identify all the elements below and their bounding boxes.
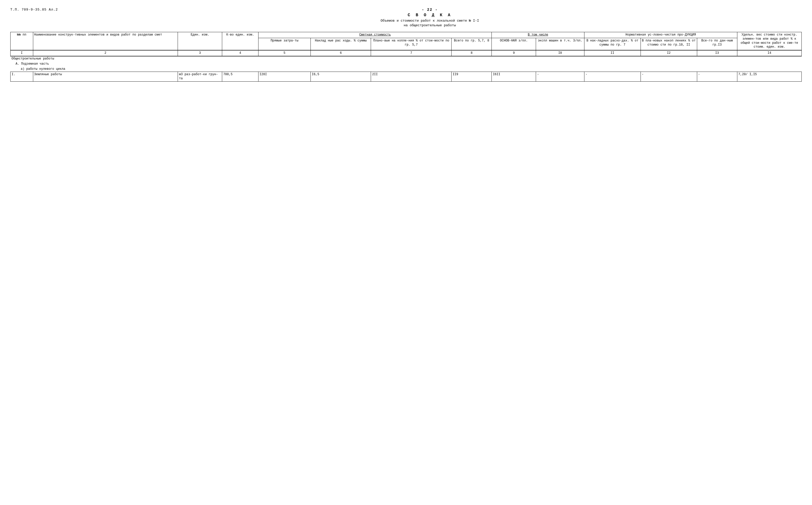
col-header-qty: К-во един. изм. xyxy=(222,32,258,50)
colnum-2: 2 xyxy=(33,50,178,56)
col-header-name: Наименование конструк-тивных элементов и… xyxy=(33,32,178,50)
colnum-13: I3 xyxy=(697,50,737,56)
subsection-a-label: А. Подземная часть xyxy=(11,61,802,67)
col-header-norm-plan: В пла-новых накоп лениях % от стоимо сти… xyxy=(640,38,697,50)
general-section-label: Общестроительные работы xyxy=(11,56,802,61)
col-header-unit: Един. изм. xyxy=(178,32,222,50)
col-header-norm-all: Все-го по дан-ным гр.I3 xyxy=(697,38,737,50)
colnum-9: 9 xyxy=(492,50,536,56)
page-title: С В О Д К А xyxy=(58,13,802,17)
col-header-num: №№ пп xyxy=(11,32,33,50)
colnum-7: 7 xyxy=(371,50,451,56)
page-header: Т.П. 709-9-35.85 Ал.2 - 22 - С В О Д К А… xyxy=(10,8,802,28)
col-header-basic: ОСНОВ-НАЯ з/пл. xyxy=(492,38,536,50)
section-subsection-a1: а) работы нулевого цикла xyxy=(11,67,802,72)
row-planned: 2II xyxy=(371,72,451,81)
subtitle-line1: Объемов и стоимости работ к локальной см… xyxy=(381,19,479,23)
colnum-12: I2 xyxy=(640,50,697,56)
row-norm-nak: - xyxy=(584,72,640,81)
header-left: Т.П. 709-9-35.85 Ал.2 xyxy=(10,8,58,12)
col-header-mach: экспл машин в т.ч. 3/пл. xyxy=(536,38,584,50)
colnum-8: 8 xyxy=(451,50,492,56)
colnum-10: I0 xyxy=(536,50,584,56)
subtitle: Объемов и стоимости работ к локальной см… xyxy=(58,19,802,28)
colnum-5: 5 xyxy=(258,50,311,56)
row-name: Земляные работы xyxy=(33,72,178,81)
colnum-4: 4 xyxy=(222,50,258,56)
main-table: №№ пп Наименование конструк-тивных элеме… xyxy=(10,32,802,81)
col-header-unit-wt: Удельн. вес стоимо сти констр. элемен-то… xyxy=(737,32,801,50)
col-header-planned: Плано-вые на копле-ния % от стои-мости п… xyxy=(371,38,451,50)
section-general: Общестроительные работы xyxy=(11,56,802,61)
colnum-6: 6 xyxy=(311,50,371,56)
colnum-1: I xyxy=(11,50,33,56)
row-qty: 700,5 xyxy=(222,72,258,81)
row-total: II9 xyxy=(451,72,492,81)
row-norm-all: - xyxy=(697,72,737,81)
colnum-3: 3 xyxy=(178,50,222,56)
header-center: - 22 - С В О Д К А Объемов и стоимости р… xyxy=(58,8,802,28)
row-basic: I6II xyxy=(492,72,536,81)
doc-number: - 22 - xyxy=(58,8,802,12)
row-overhead: I6,5 xyxy=(311,72,371,81)
header-row-1: №№ пп Наименование конструк-тивных элеме… xyxy=(11,32,802,38)
row-unit: м3 раз-работ-ки грун-та xyxy=(178,72,222,81)
section-subsection-a: А. Подземная часть xyxy=(11,61,802,67)
col-header-smetnaya: Сметная стоимость xyxy=(258,32,492,38)
column-numbers-row: I 2 3 4 5 6 7 8 9 I0 II I2 I3 I4 xyxy=(11,50,802,56)
colnum-14: I4 xyxy=(737,50,801,56)
row-mach: - xyxy=(536,72,584,81)
col-header-total: Всего по гр. 5,7, 8 xyxy=(451,38,492,50)
col-header-normativnaya: Нормативная ус-ловно-чистая про-ДУКЦИЯ xyxy=(584,32,737,38)
col-header-vtomchisle: В том числе xyxy=(492,32,584,38)
col-header-norm-nak: В нак-ладных расхо-дах. % от суммы по гр… xyxy=(584,38,640,50)
subtitle-line2: на общестроительные работы xyxy=(404,23,456,27)
row-direct: I28I xyxy=(258,72,311,81)
col-header-overhead: Наклад ные рас ходы. % суммы xyxy=(311,38,371,50)
row-num: I. xyxy=(11,72,33,81)
row-norm-plan: - xyxy=(640,72,697,81)
col-header-direct: Прямые затра-ты xyxy=(258,38,311,50)
subsection-a1-label: а) работы нулевого цикла xyxy=(11,67,802,72)
colnum-11: II xyxy=(584,50,640,56)
table-row: I. Земляные работы м3 раз-работ-ки грун-… xyxy=(11,72,802,81)
row-unit-wt: 7,20/ I,I5 xyxy=(737,72,801,81)
